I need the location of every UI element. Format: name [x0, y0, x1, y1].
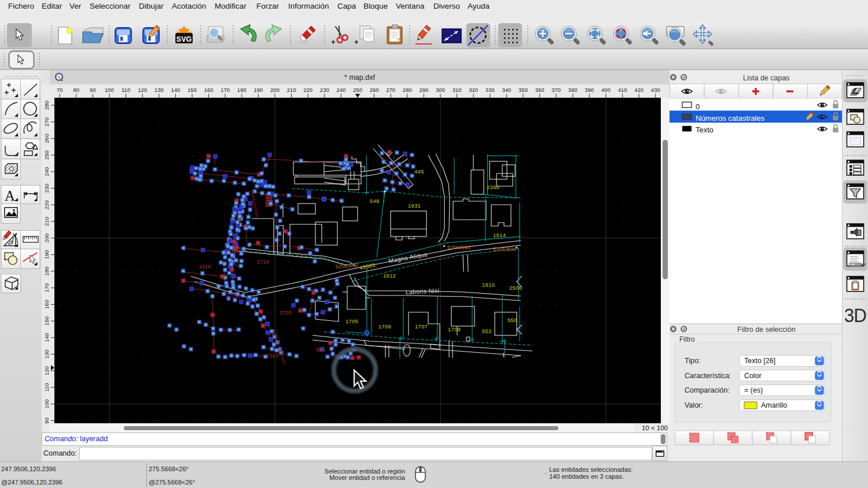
svg-text:2116: 2116 — [199, 263, 211, 269]
svg-text:260: 260 — [43, 134, 50, 143]
svg-text:200: 200 — [43, 234, 50, 243]
svg-text:1703: 1703 — [279, 309, 292, 316]
svg-text:110: 110 — [43, 383, 50, 391]
svg-text:220: 220 — [43, 200, 50, 209]
svg-text:1810: 1810 — [482, 282, 495, 288]
svg-text:Valor:: Valor: — [685, 401, 703, 409]
svg-text:130: 130 — [155, 87, 164, 93]
svg-text:1705: 1705 — [345, 319, 358, 324]
svg-text:548: 548 — [370, 198, 380, 204]
svg-text:350: 350 — [518, 87, 528, 93]
svg-text:360: 360 — [535, 87, 545, 93]
svg-text:Números catastrales: Números catastrales — [696, 114, 765, 123]
svg-text:310: 310 — [453, 87, 462, 93]
svg-text:190: 190 — [253, 87, 263, 93]
svg-text:410: 410 — [618, 87, 627, 93]
svg-text:150: 150 — [187, 87, 197, 93]
svg-text:290: 290 — [419, 87, 428, 93]
svg-text:140: 140 — [171, 87, 180, 93]
svg-text:420: 420 — [634, 87, 643, 93]
svg-text:Característica:: Característica: — [685, 372, 731, 380]
svg-text:Texto: Texto — [696, 125, 713, 134]
svg-text:150: 150 — [43, 316, 50, 326]
svg-text:1719: 1719 — [257, 258, 269, 265]
svg-text:1931: 1931 — [408, 203, 421, 209]
svg-text:= (es): = (es) — [744, 386, 763, 394]
svg-text:160: 160 — [204, 87, 214, 93]
svg-text:140: 140 — [43, 333, 50, 342]
svg-text:Comparación:: Comparación: — [685, 386, 730, 394]
svg-text:Tipo:: Tipo: — [685, 357, 700, 365]
svg-text:Texto [26]: Texto [26] — [744, 357, 775, 365]
svg-text:90: 90 — [90, 87, 96, 93]
svg-text:160: 160 — [43, 300, 50, 309]
svg-text:270: 270 — [43, 117, 50, 127]
svg-text:550: 550 — [507, 317, 517, 323]
svg-text:380: 380 — [568, 87, 578, 93]
svg-text:32236: 32236 — [226, 294, 240, 300]
svg-text:552: 552 — [482, 328, 492, 334]
svg-text:280: 280 — [403, 87, 412, 93]
svg-text:300: 300 — [436, 87, 445, 93]
svg-text:Amarillo: Amarillo — [761, 401, 787, 409]
svg-text:370: 370 — [551, 87, 561, 93]
svg-text:Lista de capas: Lista de capas — [743, 74, 790, 82]
svg-text:445: 445 — [414, 169, 424, 175]
svg-text:280: 280 — [43, 101, 50, 110]
svg-text:2360: 2360 — [487, 184, 499, 190]
svg-text:250: 250 — [43, 150, 50, 160]
svg-text:110: 110 — [122, 87, 130, 93]
svg-text:SVG: SVG — [176, 35, 192, 43]
svg-text:A: A — [5, 188, 15, 204]
svg-text:1614: 1614 — [493, 232, 506, 238]
svg-text:170: 170 — [220, 87, 230, 93]
svg-text:52563694: 52563694 — [493, 246, 516, 252]
svg-text:90: 90 — [43, 417, 50, 424]
svg-text:230: 230 — [43, 184, 50, 193]
svg-text:80: 80 — [73, 87, 80, 93]
svg-text:Filtro de selección: Filtro de selección — [737, 326, 796, 334]
svg-text:2506: 2506 — [509, 285, 522, 291]
svg-text:1707: 1707 — [415, 324, 428, 330]
svg-text:100: 100 — [43, 400, 50, 409]
svg-text:230: 230 — [320, 87, 329, 93]
svg-text:100: 100 — [105, 87, 114, 93]
svg-text:220: 220 — [303, 87, 312, 93]
svg-text:3D: 3D — [844, 305, 866, 326]
svg-text:200: 200 — [270, 87, 279, 93]
svg-text:170: 170 — [43, 283, 50, 293]
svg-text:180: 180 — [237, 87, 247, 93]
svg-text:270: 270 — [386, 87, 395, 93]
svg-text:120: 120 — [43, 366, 50, 375]
svg-text:c:_command: c:_command — [851, 263, 866, 266]
svg-text:1708: 1708 — [448, 327, 461, 332]
svg-text:2113: 2113 — [266, 352, 278, 358]
svg-text:240: 240 — [336, 87, 345, 93]
svg-text:52563693: 52563693 — [447, 245, 470, 250]
svg-text:190: 190 — [43, 250, 50, 259]
svg-text:210: 210 — [287, 87, 296, 93]
svg-text:+: + — [354, 38, 359, 46]
svg-text:Color: Color — [744, 372, 762, 380]
svg-text:1612: 1612 — [383, 273, 396, 279]
svg-text:0: 0 — [696, 102, 700, 111]
svg-text:180: 180 — [43, 267, 50, 276]
svg-text:340: 340 — [502, 87, 511, 93]
svg-text:Filtro: Filtro — [679, 335, 695, 343]
svg-text:556: 556 — [316, 346, 325, 353]
svg-text:210: 210 — [43, 217, 50, 226]
svg-text:430: 430 — [651, 87, 660, 93]
svg-text:130: 130 — [43, 350, 50, 359]
svg-text:400: 400 — [601, 87, 610, 93]
svg-text:120: 120 — [138, 87, 147, 93]
svg-text:390: 390 — [584, 87, 594, 93]
svg-text:70: 70 — [57, 87, 63, 93]
svg-text:+: + — [331, 38, 336, 46]
svg-text:320: 320 — [469, 87, 478, 93]
svg-text:250: 250 — [353, 87, 362, 93]
svg-text:240: 240 — [43, 167, 50, 176]
svg-text:330: 330 — [486, 87, 495, 93]
svg-text:1706: 1706 — [378, 324, 391, 330]
svg-text:260: 260 — [370, 87, 379, 93]
